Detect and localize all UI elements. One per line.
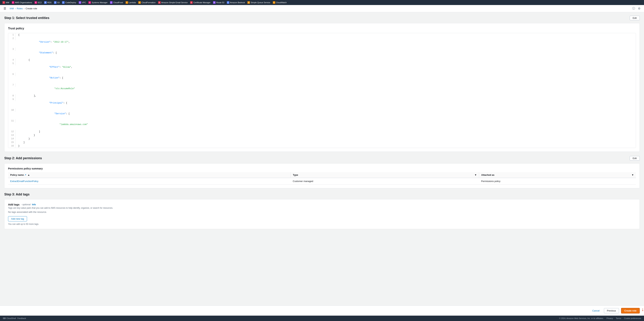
nav-item-cloudformation[interactable]: C CloudFormation	[137, 1, 156, 4]
th-policy-name-label: Policy name	[10, 174, 24, 176]
code-line-9: 9 "Principal": {	[8, 98, 636, 108]
nav-item-ec2[interactable]: E EC2	[34, 1, 42, 4]
line-num-12: 12	[8, 130, 16, 133]
cloudshell-link[interactable]: ⌨ CloudShell	[3, 317, 16, 319]
policy-name-link[interactable]: ExtractEmailFunctionPolicy	[10, 180, 38, 183]
main-content: Step 1: Select trusted entities Edit Tru…	[0, 12, 644, 305]
footer: ⌨ CloudShell Feedback © 2024, Amazon Web…	[0, 316, 644, 321]
nav-item-iam[interactable]: I IAM	[2, 1, 10, 4]
nav-item-rds[interactable]: R RDS	[43, 1, 52, 4]
th-type[interactable]: Type ▼	[291, 172, 479, 178]
hamburger-button[interactable]: ☰	[3, 6, 7, 11]
no-tags-message: No tags associated with the resource.	[8, 211, 636, 213]
nav-label-cloudformation: CloudFormation	[142, 2, 156, 4]
vpc-icon: V	[79, 1, 81, 4]
line-content-14: }	[17, 137, 31, 141]
line-num-13: 13	[8, 133, 16, 137]
nav-item-sqs[interactable]: S Simple Queue Service	[246, 1, 271, 4]
th-attached-as[interactable]: Attached as ▼	[479, 172, 636, 178]
step2-title: Step 2: Add permissions	[4, 156, 42, 160]
nav-right-icons: ⓘ ⚙	[632, 6, 641, 11]
create-role-button[interactable]: Create role	[621, 308, 640, 313]
settings-button[interactable]: ⚙	[637, 6, 641, 11]
info-button[interactable]: ⓘ	[632, 6, 636, 11]
permissions-table-body: ExtractEmailFunctionPolicy Customer mana…	[8, 178, 636, 185]
nav-item-ses[interactable]: A Amazon Simple Email Service	[157, 1, 189, 4]
add-tag-button[interactable]: Add new tag	[8, 216, 27, 221]
route53-icon: R	[213, 1, 216, 4]
nav-item-s3[interactable]: S S3	[53, 1, 61, 4]
line-num-8: 8	[8, 94, 16, 98]
privacy-link[interactable]: Privacy	[606, 317, 613, 319]
nav-label-cloudfront: CloudFront	[113, 2, 123, 4]
line-content-8: ],	[17, 94, 38, 98]
breadcrumb-iam[interactable]: IAM	[10, 7, 14, 10]
down-arrow-indicator: ↓	[642, 306, 644, 312]
tags-description: Tags are key-value pairs that you can ad…	[8, 207, 636, 209]
code-line-12: 12 ]	[8, 130, 636, 133]
cancel-button[interactable]: Cancel	[590, 308, 602, 313]
line-content-15: ]	[17, 141, 26, 144]
line-content-1: {	[17, 33, 21, 37]
optional-label: - optional	[21, 203, 30, 206]
breadcrumb-separator-1: ›	[15, 7, 16, 10]
sort-asc-icon: ▲	[28, 174, 30, 176]
policy-attached-as-value: Permissions policy	[481, 180, 500, 183]
code-line-2: 2 "Version": "2012-10-17",	[8, 37, 636, 48]
nav-label-ses: Amazon Simple Email Service	[161, 2, 188, 4]
footer-left: ⌨ CloudShell Feedback	[3, 317, 26, 319]
nav-item-systems-manager[interactable]: S Systems Manager	[87, 1, 108, 4]
feedback-link[interactable]: Feedback	[17, 317, 26, 319]
nav-item-aws-organizations[interactable]: A AWS Organizations	[11, 1, 33, 4]
breadcrumb-current: Create role	[26, 7, 37, 10]
nav-item-cloudwatch[interactable]: C CloudWatch	[272, 1, 288, 4]
trust-policy-code: 1 { 2 "Version": "2012-10-17", 3 "Statem…	[8, 33, 636, 148]
code-line-16: 16 }	[8, 144, 636, 148]
sqs-icon: S	[248, 1, 250, 4]
breadcrumb-roles[interactable]: Roles	[17, 7, 22, 10]
nav-item-lambda[interactable]: λ Lambda	[124, 1, 137, 4]
line-content-3: "Statement": [	[17, 48, 58, 58]
ses-icon: A	[158, 1, 161, 4]
policy-name-cell: ExtractEmailFunctionPolicy	[8, 178, 291, 185]
nav-item-vpc[interactable]: V VPC	[78, 1, 87, 4]
nav-label-ec2: EC2	[38, 2, 42, 4]
line-num-1: 1	[8, 33, 16, 37]
nav-label-systems-manager: Systems Manager	[92, 2, 108, 4]
rds-icon: R	[44, 1, 47, 4]
th-policy-name[interactable]: Policy name ↗ ▲	[8, 172, 291, 178]
step1-header: Step 1: Select trusted entities Edit	[4, 16, 640, 20]
code-line-10: 10 "Service": [	[8, 108, 636, 119]
s3-icon: S	[54, 1, 56, 4]
nav-item-certificate-manager[interactable]: C Certificate Manager	[189, 1, 212, 4]
code-line-13: 13 }	[8, 133, 636, 137]
previous-button[interactable]: Previous	[604, 308, 619, 313]
line-num-4: 4	[8, 58, 16, 62]
nav-item-cloudfront[interactable]: C CloudFront	[109, 1, 124, 4]
create-role-container: Create role ↓	[621, 308, 640, 313]
nav-item-bedrock[interactable]: A Amazon Bedrock	[226, 1, 246, 4]
nav-item-codedeploy[interactable]: C CodeDeploy	[61, 1, 77, 4]
cookie-preferences-link[interactable]: Cookie preferences	[624, 317, 641, 319]
line-num-5: 5	[8, 62, 16, 65]
line-num-11: 11	[8, 119, 16, 123]
breadcrumb: IAM › Roles › Create role	[10, 7, 37, 10]
line-content-4: {	[17, 58, 31, 62]
nav-item-route53[interactable]: R Route 53	[212, 1, 226, 4]
nav-label-vpc: VPC	[82, 2, 86, 4]
policy-type-value: Customer managed	[293, 180, 313, 183]
step2-section: Step 2: Add permissions Edit Permissions…	[4, 156, 640, 188]
policy-attached-as-cell: Permissions policy	[479, 178, 636, 185]
code-line-11: 11 "lambda.amazonaws.com"	[8, 119, 636, 130]
terms-link[interactable]: Terms	[616, 317, 621, 319]
bedrock-icon: A	[227, 1, 229, 4]
line-content-6: "Action": [	[17, 73, 65, 83]
step2-edit-button[interactable]: Edit	[630, 156, 640, 160]
code-line-7: 7 "sts:AssumeRole"	[8, 83, 636, 94]
tags-info-link[interactable]: Info	[32, 203, 36, 206]
trust-policy-title: Trust policy	[8, 27, 636, 30]
code-line-4: 4 {	[8, 58, 636, 62]
iam-icon: I	[2, 1, 5, 4]
step1-edit-button[interactable]: Edit	[630, 16, 640, 20]
aws-org-icon: A	[12, 1, 14, 4]
